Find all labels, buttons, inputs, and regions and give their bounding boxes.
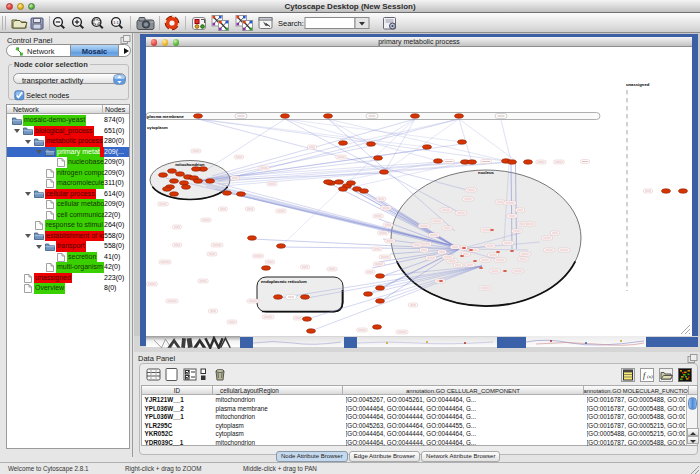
svg-text:cytoplasm: cytoplasm: [147, 125, 168, 130]
svg-text:(x): (x): [647, 374, 653, 379]
svg-text:nucleus: nucleus: [478, 170, 494, 175]
svg-text:endoplasmic reticulum: endoplasmic reticulum: [261, 279, 307, 284]
svg-text:Search:: Search:: [278, 19, 304, 28]
svg-text:plasma membrane: plasma membrane: [147, 114, 184, 119]
svg-text:1:1: 1:1: [113, 20, 119, 25]
svg-text:mitochondrion: mitochondrion: [175, 162, 205, 167]
svg-text:unassigned: unassigned: [626, 82, 650, 87]
